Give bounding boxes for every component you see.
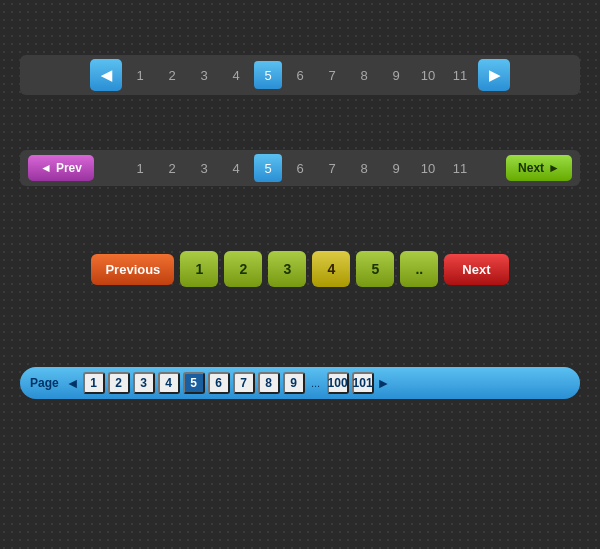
page4-page-label: Page [30, 376, 59, 390]
pagination-row-1: ◀ 1 2 3 4 5 6 7 8 9 10 11 ▶ [20, 55, 580, 95]
p3-page-1[interactable]: 1 [180, 251, 218, 287]
page4-next-arrow[interactable]: ► [377, 375, 391, 391]
p2-page-11[interactable]: 11 [446, 154, 474, 182]
page-7-button[interactable]: 7 [318, 61, 346, 89]
page4-page-5[interactable]: 5 [183, 372, 205, 394]
pagination-row-2: ◄ Prev 1 2 3 4 5 6 7 8 9 10 11 Next ► [20, 150, 580, 186]
page-11-button[interactable]: 11 [446, 61, 474, 89]
page-2-button[interactable]: 2 [158, 61, 186, 89]
p3-page-5[interactable]: 5 [356, 251, 394, 287]
p3-ellipsis[interactable]: .. [400, 251, 438, 287]
p2-page-8[interactable]: 8 [350, 154, 378, 182]
p2-page-9[interactable]: 9 [382, 154, 410, 182]
page4-page-6[interactable]: 6 [208, 372, 230, 394]
next-icon: ► [548, 161, 560, 175]
page-5-button[interactable]: 5 [254, 61, 282, 89]
p2-page-6[interactable]: 6 [286, 154, 314, 182]
page-4-button[interactable]: 4 [222, 61, 250, 89]
page-numbers-center: 1 2 3 4 5 6 7 8 9 10 11 [98, 154, 502, 182]
p3-page-4[interactable]: 4 [312, 251, 350, 287]
pagination-row-3: Previous 1 2 3 4 5 .. Next [91, 251, 508, 287]
page4-ellipsis: ... [308, 377, 324, 389]
p2-page-3[interactable]: 3 [190, 154, 218, 182]
p2-page-7[interactable]: 7 [318, 154, 346, 182]
page4-prev-arrow[interactable]: ◄ [66, 375, 80, 391]
p3-page-3[interactable]: 3 [268, 251, 306, 287]
p2-page-2[interactable]: 2 [158, 154, 186, 182]
page-1-button[interactable]: 1 [126, 61, 154, 89]
prev-arrow-button[interactable]: ◀ [90, 59, 122, 91]
next-button-green[interactable]: Next ► [506, 155, 572, 181]
prev-icon: ◄ [40, 161, 52, 175]
next-label: Next [518, 161, 544, 175]
page4-page-9[interactable]: 9 [283, 372, 305, 394]
page4-page-2[interactable]: 2 [108, 372, 130, 394]
page4-page-100[interactable]: 100 [327, 372, 349, 394]
page4-page-7[interactable]: 7 [233, 372, 255, 394]
page-9-button[interactable]: 9 [382, 61, 410, 89]
page-8-button[interactable]: 8 [350, 61, 378, 89]
pagination-row-4: Page ◄ 1 2 3 4 5 6 7 8 9 ... 100 101 ► [20, 367, 580, 399]
page4-page-8[interactable]: 8 [258, 372, 280, 394]
next-button-red[interactable]: Next [444, 254, 508, 285]
next-arrow-button[interactable]: ▶ [478, 59, 510, 91]
page4-page-3[interactable]: 3 [133, 372, 155, 394]
page-10-button[interactable]: 10 [414, 61, 442, 89]
p2-page-5[interactable]: 5 [254, 154, 282, 182]
page-6-button[interactable]: 6 [286, 61, 314, 89]
page4-page-4[interactable]: 4 [158, 372, 180, 394]
page4-page-1[interactable]: 1 [83, 372, 105, 394]
page4-page-101[interactable]: 101 [352, 372, 374, 394]
page-3-button[interactable]: 3 [190, 61, 218, 89]
p2-page-4[interactable]: 4 [222, 154, 250, 182]
prev-button-orange[interactable]: Previous [91, 254, 174, 285]
p2-page-10[interactable]: 10 [414, 154, 442, 182]
prev-button-purple[interactable]: ◄ Prev [28, 155, 94, 181]
prev-label: Prev [56, 161, 82, 175]
p2-page-1[interactable]: 1 [126, 154, 154, 182]
p3-page-2[interactable]: 2 [224, 251, 262, 287]
